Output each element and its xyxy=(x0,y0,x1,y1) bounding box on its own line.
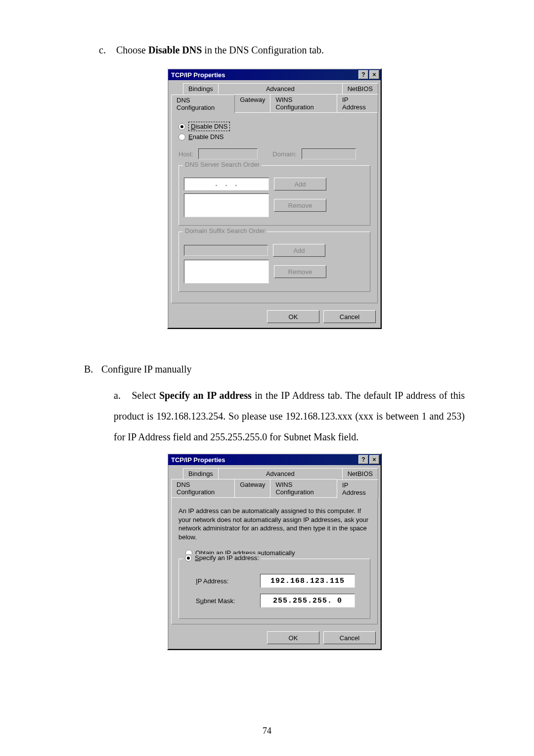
tcpip-ip-dialog: TCP/IP Properties ? × Bindings Advanced … xyxy=(167,453,382,650)
tab-dns-configuration[interactable]: DNS Configuration xyxy=(171,94,235,113)
radio-disable-dns[interactable]: Disable DNS xyxy=(178,122,370,131)
tab-bindings[interactable]: Bindings xyxy=(183,83,219,94)
step-c-instruction: c. Choose Disable DNS in the DNS Configu… xyxy=(99,45,465,56)
dns-dialog-tabs-front-row: DNS Configuration Gateway WINS Configura… xyxy=(168,94,381,112)
dns-server-ip-input: . . . xyxy=(184,178,269,190)
ip-dialog-button-row: OK Cancel xyxy=(168,627,381,649)
host-label: Host: xyxy=(178,150,193,158)
dns-server-list xyxy=(184,193,269,217)
dns-dialog-titlebar: TCP/IP Properties ? × xyxy=(168,69,381,80)
step-a-bold: Specify an IP address xyxy=(159,390,252,401)
dns-dialog-title: TCP/IP Properties xyxy=(171,71,225,79)
dns-tab-panel: Disable DNS Enable DNS Host: Domain: DNS… xyxy=(171,112,378,303)
ip-dialog-title: TCP/IP Properties xyxy=(171,456,225,464)
close-icon[interactable]: × xyxy=(369,455,379,464)
radio-dot-icon xyxy=(178,123,185,130)
subnet-mask-label: Subnet Mask: xyxy=(196,597,250,605)
domain-suffix-input xyxy=(184,245,268,256)
domain-suffix-list xyxy=(184,260,269,284)
tab-wins-configuration[interactable]: WINS Configuration xyxy=(270,479,337,497)
specify-ip-group: Specify an IP address: IP Address: 192.1… xyxy=(178,559,370,619)
dns-server-order-group: DNS Server Search Order . . . Add Remove xyxy=(178,165,370,226)
ip-address-label: IP Address: xyxy=(196,577,250,585)
domain-input xyxy=(302,148,356,159)
radio-specify-label[interactable]: Specify an IP address: xyxy=(195,554,259,562)
domain-suffix-order-group: Domain Suffix Search Order Add Remove xyxy=(178,232,370,292)
ip-dialog-tabs-back-row: Bindings Advanced NetBIOS xyxy=(168,465,381,479)
tab-gateway[interactable]: Gateway xyxy=(234,94,270,112)
step-c-post: in the DNS Configuration tab. xyxy=(202,45,324,55)
tab-ip-address[interactable]: IP Address xyxy=(337,479,378,498)
dns-remove-button: Remove xyxy=(274,199,326,212)
subnet-mask-input[interactable]: 255.255.255. 0 xyxy=(260,594,355,608)
ip-dialog-titlebar: TCP/IP Properties ? × xyxy=(168,454,381,465)
page-number: 74 xyxy=(0,726,534,736)
tab-ip-address[interactable]: IP Address xyxy=(337,94,378,112)
dns-add-button: Add xyxy=(274,178,326,190)
radio-dot-icon xyxy=(185,555,192,562)
section-b-marker: B. xyxy=(84,364,99,375)
step-a-marker: a. xyxy=(114,385,129,406)
tab-advanced[interactable]: Advanced xyxy=(218,83,343,94)
help-icon[interactable]: ? xyxy=(358,70,368,79)
suffix-remove-button: Remove xyxy=(274,265,326,278)
radio-enable-dns[interactable]: Enable DNS xyxy=(178,133,370,141)
tab-wins-configuration[interactable]: WINS Configuration xyxy=(270,94,337,112)
ip-address-input[interactable]: 192.168.123.115 xyxy=(260,574,355,588)
radio-dot-icon xyxy=(178,134,185,141)
radio-disable-dns-label: Disable DNS xyxy=(188,122,230,131)
cancel-button[interactable]: Cancel xyxy=(323,310,376,323)
step-c-marker: c. xyxy=(99,45,114,56)
domain-suffix-order-legend: Domain Suffix Search Order xyxy=(183,227,267,235)
tab-bindings[interactable]: Bindings xyxy=(183,468,219,479)
ip-description: An IP address can be automatically assig… xyxy=(178,507,370,541)
tab-netbios[interactable]: NetBIOS xyxy=(342,468,378,479)
section-b: B. Configure IP manually a. Select Speci… xyxy=(84,364,465,447)
radio-enable-dns-label: Enable DNS xyxy=(188,133,224,141)
tcpip-dns-dialog: TCP/IP Properties ? × Bindings Advanced … xyxy=(167,68,382,329)
dns-server-order-legend: DNS Server Search Order xyxy=(183,161,262,168)
step-c-bold: Disable DNS xyxy=(148,45,202,55)
ok-button[interactable]: OK xyxy=(267,310,319,323)
section-b-title: Configure IP manually xyxy=(101,364,192,375)
cancel-button[interactable]: Cancel xyxy=(323,631,376,644)
step-a-pre: Select xyxy=(132,390,159,401)
help-icon[interactable]: ? xyxy=(358,455,368,464)
tab-netbios[interactable]: NetBIOS xyxy=(342,83,378,94)
domain-label: Domain: xyxy=(272,150,296,158)
host-input xyxy=(198,148,258,159)
dns-dialog-button-row: OK Cancel xyxy=(168,306,381,328)
tab-advanced[interactable]: Advanced xyxy=(218,468,343,479)
ok-button[interactable]: OK xyxy=(267,631,319,644)
tab-dns-configuration[interactable]: DNS Configuration xyxy=(171,479,235,497)
tab-gateway[interactable]: Gateway xyxy=(234,479,270,497)
ip-dialog-tabs-front-row: DNS Configuration Gateway WINS Configura… xyxy=(168,479,381,497)
suffix-add-button: Add xyxy=(273,244,325,257)
dns-dialog-tabs-back-row: Bindings Advanced NetBIOS xyxy=(168,80,381,94)
close-icon[interactable]: × xyxy=(369,70,379,79)
step-c-pre: Choose xyxy=(116,45,148,55)
ip-tab-panel: An IP address can be automatically assig… xyxy=(171,497,378,624)
